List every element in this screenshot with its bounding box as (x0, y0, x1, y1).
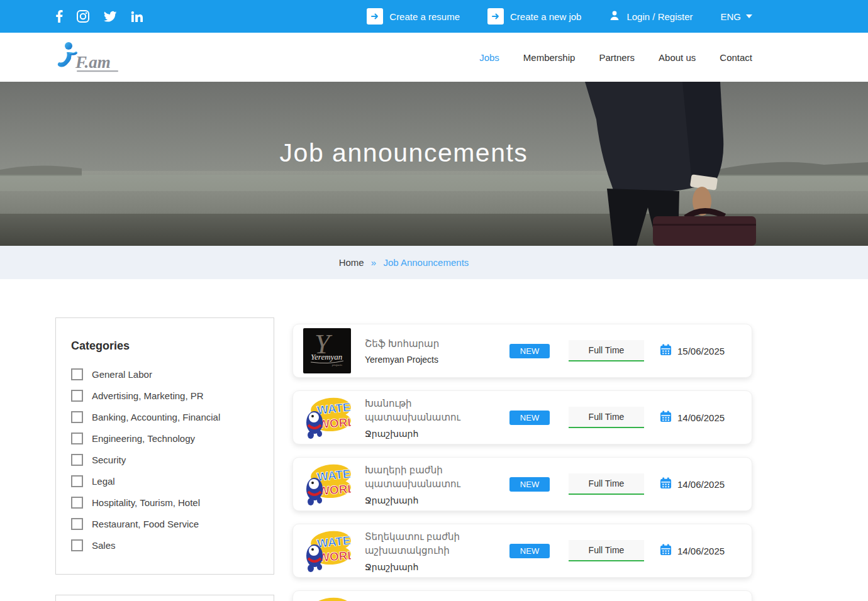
new-badge: NEW (509, 477, 550, 492)
svg-text:WORLD: WORLD (318, 548, 351, 565)
employment-type: Full Time (569, 473, 644, 495)
category-label: Banking, Accounting, Financial (92, 412, 220, 422)
water-world-logo: WATER WORLD (303, 395, 351, 440)
linkedin-icon[interactable] (131, 11, 143, 23)
language-dropdown[interactable]: ENG (720, 11, 752, 22)
job-title[interactable]: Տեղեկատու բաժնի աշխատակցուհի (365, 530, 500, 558)
instagram-icon[interactable] (77, 10, 89, 23)
category-row-restaurant[interactable]: Restaurant, Food Service (71, 517, 259, 530)
yeremyan-projects-logo: Y Yeremyan projects (303, 328, 351, 373)
job-card[interactable]: Y Yeremyan projects Շեֆ Խոհարար Yeremyan… (292, 324, 752, 378)
svg-text:Yeremyan: Yeremyan (311, 352, 342, 361)
checkbox[interactable] (71, 433, 83, 444)
svg-text:F.am: F.am (75, 53, 111, 72)
arrow-right-icon (487, 8, 504, 25)
hero-banner: Job announcements (0, 82, 868, 246)
job-date: 14/06/2025 (677, 412, 725, 423)
filters-sidebar: Categories General Labor Advertising, Ma… (55, 317, 274, 601)
category-row-engineering[interactable]: Engineering, Technology (71, 432, 259, 444)
breadcrumb-bar: Home » Job Announcements (0, 246, 868, 279)
job-date: 14/06/2025 (677, 479, 725, 490)
nav-partners[interactable]: Partners (599, 52, 635, 63)
user-icon (609, 10, 620, 23)
nav-membership[interactable]: Membership (523, 52, 576, 63)
language-label: ENG (720, 11, 741, 22)
job-card[interactable]: WATER WORLD Խաղերի բաժնի պատասխանատու Ջր… (292, 457, 752, 511)
calendar-icon (660, 544, 672, 558)
twitter-icon[interactable] (103, 11, 117, 23)
new-badge: NEW (509, 344, 550, 358)
categories-box: Categories General Labor Advertising, Ma… (55, 317, 274, 575)
login-register-label: Login / Register (626, 11, 693, 22)
main-nav: Jobs Membership Partners About us Contac… (479, 52, 752, 63)
employment-type: Full Time (569, 407, 644, 428)
nav-about-us[interactable]: About us (659, 52, 696, 63)
secondary-filter-box (55, 595, 274, 601)
category-label: Restaurant, Food Service (92, 519, 199, 529)
calendar-icon (660, 477, 672, 491)
social-links (55, 10, 143, 23)
create-job-label: Create a new job (510, 11, 581, 22)
nav-contact[interactable]: Contact (720, 52, 752, 63)
chevron-down-icon (746, 14, 752, 18)
category-label: Sales (92, 540, 116, 551)
checkbox[interactable] (71, 518, 83, 530)
category-row-banking[interactable]: Banking, Accounting, Financial (71, 411, 259, 423)
job-company[interactable]: Ջրաշխարհ (365, 495, 509, 505)
checkbox[interactable] (71, 454, 83, 466)
arrow-right-icon (367, 8, 383, 25)
breadcrumb: Home » Job Announcements (55, 257, 752, 268)
job-date: 14/06/2025 (677, 546, 725, 556)
job-title[interactable]: Խանութի պատասխանատու (365, 397, 500, 425)
category-label: Legal (92, 476, 115, 487)
category-row-hospitality[interactable]: Hospitality, Tourism, Hotel (71, 496, 259, 509)
job-card[interactable]: WATER WORLD Տեղեկատու բաժնի աշխատակցուհի… (292, 524, 752, 578)
checkbox[interactable] (71, 368, 83, 380)
employment-type: Full Time (569, 540, 644, 561)
site-header: F.am Jobs Membership Partners About us C… (0, 33, 868, 82)
svg-text:projects: projects (331, 363, 342, 367)
water-world-logo: WATER WORLD (303, 461, 351, 507)
login-register-button[interactable]: Login / Register (609, 10, 693, 23)
category-label: Hospitality, Tourism, Hotel (92, 497, 200, 508)
checkbox[interactable] (71, 411, 83, 423)
job-title[interactable]: Շեֆ Խոհարար (365, 337, 500, 351)
checkbox[interactable] (71, 539, 83, 551)
category-row-legal[interactable]: Legal (71, 475, 259, 487)
category-label: Security (92, 455, 126, 465)
category-label: General Labor (92, 369, 152, 380)
job-company[interactable]: Ջրաշխարհ (365, 429, 509, 439)
job-company[interactable]: Yeremyan Projects (365, 355, 509, 365)
job-company[interactable]: Ջրաշխարհ (365, 562, 509, 572)
category-row-general-labor[interactable]: General Labor (71, 368, 259, 380)
page-title: Job announcements (55, 138, 752, 168)
employment-type: Full Time (569, 340, 644, 361)
create-resume-button[interactable]: Create a resume (367, 8, 460, 25)
new-badge: NEW (509, 544, 550, 558)
job-title[interactable]: Խաղերի բաժնի պատասխանատու (365, 463, 500, 492)
facebook-icon[interactable] (55, 10, 63, 23)
category-label: Engineering, Technology (92, 433, 195, 444)
checkbox[interactable] (71, 390, 83, 402)
breadcrumb-current[interactable]: Job Announcements (383, 257, 469, 268)
logo-tagline (77, 70, 118, 72)
category-row-security[interactable]: Security (71, 453, 259, 466)
create-job-button[interactable]: Create a new job (487, 8, 581, 25)
site-logo[interactable]: F.am (55, 40, 130, 74)
svg-text:WORLD: WORLD (318, 415, 351, 431)
job-list: Y Yeremyan projects Շեֆ Խոհարար Yeremyan… (292, 324, 752, 601)
svg-text:WORLD: WORLD (318, 482, 351, 498)
water-world-logo: WATER WORLD (303, 595, 351, 601)
checkbox[interactable] (71, 475, 83, 487)
job-card[interactable]: WATER WORLD (292, 590, 752, 601)
category-label: Advertising, Marketing, PR (92, 390, 204, 401)
top-bar: Create a resume Create a new job Login /… (0, 0, 868, 33)
category-row-advertising[interactable]: Advertising, Marketing, PR (71, 389, 259, 402)
water-world-logo: WATER WORLD (303, 528, 351, 573)
breadcrumb-separator: » (371, 257, 376, 268)
category-row-sales[interactable]: Sales (71, 539, 259, 551)
checkbox[interactable] (71, 497, 83, 509)
nav-jobs[interactable]: Jobs (479, 52, 499, 63)
breadcrumb-home-link[interactable]: Home (339, 257, 364, 268)
job-card[interactable]: WATER WORLD Խանութի պատասխանատու Ջրաշխար… (292, 390, 752, 444)
